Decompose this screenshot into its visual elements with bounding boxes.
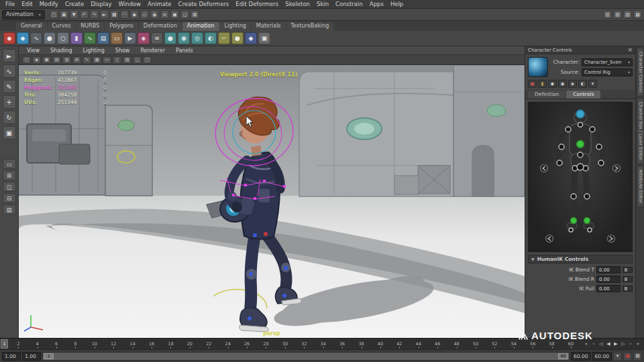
shelf-set-breakdown-icon[interactable]: ◆ <box>17 32 29 44</box>
range-slider[interactable]: 1 60 <box>42 352 570 361</box>
play-forward-button[interactable]: ▶ <box>612 340 619 349</box>
tool-settings-toggle-icon[interactable]: ▧ <box>613 10 622 19</box>
auto-keyframe-icon[interactable]: ● <box>623 352 632 361</box>
menubar-item[interactable]: Edit Deformers <box>232 0 282 9</box>
source-select[interactable]: Control Rig ▾ <box>582 68 633 76</box>
range-end-handle[interactable]: 60 <box>558 353 568 359</box>
playback-end-field[interactable]: 60.00 <box>571 352 590 361</box>
menubar-item[interactable]: Display <box>87 0 115 9</box>
slider-knob[interactable] <box>625 268 627 272</box>
single-pane-layout-icon[interactable]: ▭ <box>3 159 16 169</box>
safe-action-icon[interactable]: ◻ <box>133 56 142 64</box>
pan-zoom-icon[interactable]: ⊞ <box>72 56 81 64</box>
shelf-trax-editor-icon[interactable]: ▭ <box>111 32 123 44</box>
hik-options-icon[interactable]: ▾ <box>588 80 597 88</box>
ik-slider[interactable] <box>623 286 633 292</box>
snap-to-plane-icon[interactable]: ◇ <box>140 10 149 19</box>
gate-mask-icon[interactable]: ▧ <box>123 56 131 64</box>
animation-start-field[interactable]: 1.00 <box>2 352 21 361</box>
keying-mode-icon[interactable]: ◈ <box>568 80 577 88</box>
film-gate-icon[interactable]: ▭ <box>103 56 111 64</box>
character-set-menu-icon[interactable]: ▾ <box>613 352 622 361</box>
camera-attributes-icon[interactable]: ▣ <box>42 56 51 64</box>
lock-camera-icon[interactable]: ◉ <box>32 56 41 64</box>
shelf-tab[interactable]: Lighting <box>220 22 251 31</box>
shelf-motion-trail-icon[interactable]: ∿ <box>30 32 42 44</box>
snap-to-point-icon[interactable]: ◆ <box>130 10 139 19</box>
shelf-create-clip-icon[interactable]: ▮ <box>70 32 83 44</box>
skeleton-icon[interactable]: ◆ <box>548 80 557 88</box>
step-forward-key-button[interactable]: ▷ <box>620 340 627 349</box>
menubar-item[interactable]: Edit <box>18 0 36 9</box>
close-icon[interactable]: × <box>627 47 633 53</box>
rotate-tool-icon[interactable]: ↻ <box>3 111 16 124</box>
viewport-menu-item[interactable]: Show <box>110 46 136 55</box>
save-scene-icon[interactable]: ▼ <box>70 10 78 19</box>
character-select[interactable]: Character_Sven ▾ <box>582 58 633 66</box>
redo-icon[interactable]: ↷ <box>90 10 99 19</box>
time-slider[interactable]: 1 24681012141618202224262830323436384042… <box>0 339 580 349</box>
mirror-icon[interactable]: ◐ <box>578 80 587 88</box>
ik-slider[interactable] <box>623 276 633 282</box>
ik-value-field[interactable]: 0.00 <box>596 266 621 274</box>
select-tool-icon[interactable]: ► <box>3 49 16 62</box>
slider-knob[interactable] <box>625 287 627 290</box>
shelf-parent-constraint-icon[interactable]: ◐ <box>205 32 217 44</box>
viewport-menu-item[interactable]: Shading <box>45 46 78 55</box>
side-panel-tab[interactable]: Attribute Editor <box>637 166 644 207</box>
menubar-item[interactable]: Modify <box>36 0 62 9</box>
image-plane-icon[interactable]: ▥ <box>62 56 71 64</box>
menu-set-dropdown[interactable]: Animation ▾ <box>2 10 45 19</box>
menubar-item[interactable]: File <box>2 0 18 9</box>
grid-icon[interactable]: ▦ <box>93 56 101 64</box>
shelf-set-key-icon[interactable]: ◆ <box>3 32 15 44</box>
hik-tab[interactable]: Definition <box>528 90 566 99</box>
grease-pencil-icon[interactable]: ✎ <box>83 56 91 64</box>
undo-icon[interactable]: ↶ <box>80 10 89 19</box>
persp-outliner-layout-icon[interactable]: ◫ <box>3 182 16 192</box>
make-live-icon[interactable]: ◉ <box>150 10 159 19</box>
shelf-point-constraint-icon[interactable]: ● <box>164 32 176 44</box>
shelf-anim-snapshot-icon[interactable]: ▣ <box>258 32 270 44</box>
shelf-tab[interactable]: Deformation <box>139 22 182 31</box>
bookmarks-icon[interactable]: ▤ <box>52 56 61 64</box>
shelf-tab[interactable]: NURBS <box>76 22 104 31</box>
step-back-key-button[interactable]: ◁ <box>598 340 604 349</box>
construction-history-icon[interactable]: ≡ <box>160 10 169 19</box>
shelf-tab[interactable]: General <box>16 22 47 31</box>
menubar-item[interactable]: Apps <box>366 0 387 9</box>
playback-start-field[interactable]: 1.00 <box>22 352 41 361</box>
humanik-controls-header[interactable]: ▼ HumanIK Controls <box>528 255 633 263</box>
menubar-item[interactable]: Create Deformers <box>175 0 233 9</box>
current-frame-marker[interactable]: 1 <box>1 339 8 349</box>
lock-character-icon[interactable]: ▮ <box>538 80 547 88</box>
snap-to-grid-icon[interactable]: ▦ <box>110 10 119 19</box>
menubar-item[interactable]: Skin <box>313 0 332 9</box>
hik-tab[interactable]: Controls <box>566 90 600 99</box>
go-to-start-button[interactable]: « <box>583 340 590 349</box>
shelf-set-driven-key-icon[interactable]: ◈ <box>138 32 150 44</box>
open-scene-icon[interactable]: ▣ <box>60 10 68 19</box>
viewport-menu-item[interactable]: Panels <box>170 46 199 55</box>
animation-preferences-icon[interactable]: ▤ <box>633 352 642 361</box>
persp-graph-layout-icon[interactable]: ⊟ <box>3 193 16 203</box>
menubar-item[interactable]: Animate <box>144 0 175 9</box>
select-mode-icon[interactable]: ► <box>100 10 109 19</box>
ipr-render-icon[interactable]: ◻ <box>180 10 189 19</box>
menubar-item[interactable]: Skeleton <box>282 0 313 9</box>
slider-knob[interactable] <box>625 278 627 281</box>
menubar-item[interactable]: Help <box>387 0 407 9</box>
shelf-unghost-icon[interactable]: ○ <box>57 32 69 44</box>
shelf-orient-constraint-icon[interactable]: ◎ <box>191 32 203 44</box>
shelf-tab[interactable]: Materials <box>252 22 286 31</box>
viewport-scene[interactable]: Verts: 207739 0 Edges: 412867 0 Polygons… <box>19 65 525 338</box>
go-to-end-button[interactable]: » <box>635 340 641 349</box>
safe-title-icon[interactable]: □ <box>143 56 152 64</box>
control-rig-icon[interactable]: ◉ <box>558 80 567 88</box>
menubar-item[interactable]: Window <box>115 0 144 9</box>
render-settings-icon[interactable]: ▤ <box>191 10 199 19</box>
viewport-menu-item[interactable]: Renderer <box>135 46 170 55</box>
menubar-item[interactable]: Constrain <box>332 0 366 9</box>
side-panel-tab[interactable]: Character Controls <box>637 48 644 97</box>
shelf-tab[interactable]: Curves <box>48 22 76 31</box>
